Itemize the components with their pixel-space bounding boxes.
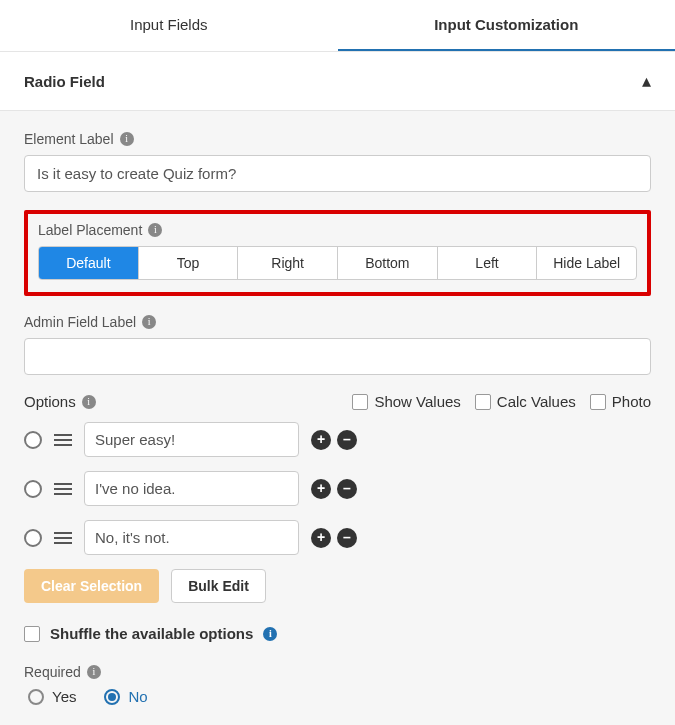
label-placement-label: Label Placement i	[38, 222, 637, 238]
checkbox-icon	[352, 394, 368, 410]
info-icon[interactable]: i	[142, 315, 156, 329]
option-input[interactable]	[84, 422, 299, 457]
radio-icon	[28, 689, 44, 705]
accordion-header[interactable]: Radio Field ▴	[0, 52, 675, 111]
checkbox-icon	[475, 394, 491, 410]
checkbox-icon	[590, 394, 606, 410]
tabs: Input Fields Input Customization	[0, 0, 675, 52]
show-values-toggle[interactable]: Show Values	[352, 393, 460, 410]
option-row: + –	[24, 422, 651, 457]
info-icon[interactable]: i	[120, 132, 134, 146]
element-label-input[interactable]	[24, 155, 651, 192]
option-radio[interactable]	[24, 431, 42, 449]
option-input[interactable]	[84, 471, 299, 506]
shuffle-label: Shuffle the available options	[50, 625, 253, 642]
drag-icon[interactable]	[54, 483, 72, 495]
info-icon[interactable]: i	[148, 223, 162, 237]
placement-bottom[interactable]: Bottom	[338, 247, 438, 279]
options-label: Options i	[24, 393, 96, 410]
element-label-label: Element Label i	[24, 131, 651, 147]
remove-icon[interactable]: –	[337, 479, 357, 499]
clear-selection-button[interactable]: Clear Selection	[24, 569, 159, 603]
add-icon[interactable]: +	[311, 479, 331, 499]
label-placement-buttons: Default Top Right Bottom Left Hide Label	[38, 246, 637, 280]
info-icon[interactable]: i	[82, 395, 96, 409]
radio-icon	[104, 689, 120, 705]
admin-label-label: Admin Field Label i	[24, 314, 651, 330]
remove-icon[interactable]: –	[337, 528, 357, 548]
calc-values-toggle[interactable]: Calc Values	[475, 393, 576, 410]
placement-default[interactable]: Default	[39, 247, 139, 279]
add-icon[interactable]: +	[311, 430, 331, 450]
option-radio[interactable]	[24, 529, 42, 547]
option-row: + –	[24, 520, 651, 555]
shuffle-checkbox[interactable]	[24, 626, 40, 642]
required-yes[interactable]: Yes	[28, 688, 76, 705]
accordion-title: Radio Field	[24, 73, 105, 90]
required-no[interactable]: No	[104, 688, 147, 705]
settings-panel: Element Label i Label Placement i Defaul…	[0, 111, 675, 725]
drag-icon[interactable]	[54, 532, 72, 544]
required-label: Required i	[24, 664, 651, 680]
info-icon[interactable]: i	[87, 665, 101, 679]
label-placement-group: Label Placement i Default Top Right Bott…	[24, 210, 651, 296]
admin-label-input[interactable]	[24, 338, 651, 375]
remove-icon[interactable]: –	[337, 430, 357, 450]
option-radio[interactable]	[24, 480, 42, 498]
drag-icon[interactable]	[54, 434, 72, 446]
info-icon[interactable]: i	[263, 627, 277, 641]
bulk-edit-button[interactable]: Bulk Edit	[171, 569, 266, 603]
placement-hide[interactable]: Hide Label	[537, 247, 636, 279]
add-icon[interactable]: +	[311, 528, 331, 548]
photo-toggle[interactable]: Photo	[590, 393, 651, 410]
option-row: + –	[24, 471, 651, 506]
option-input[interactable]	[84, 520, 299, 555]
placement-top[interactable]: Top	[139, 247, 239, 279]
tab-input-customization[interactable]: Input Customization	[338, 0, 676, 51]
tab-input-fields[interactable]: Input Fields	[0, 0, 338, 51]
chevron-up-icon: ▴	[642, 70, 651, 92]
placement-right[interactable]: Right	[238, 247, 338, 279]
placement-left[interactable]: Left	[438, 247, 538, 279]
